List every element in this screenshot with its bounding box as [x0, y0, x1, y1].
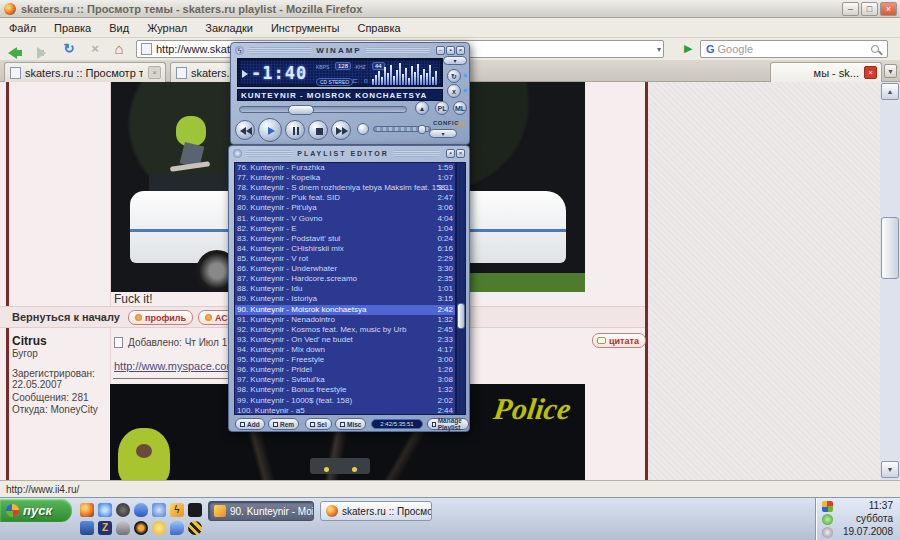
tab-close-icon[interactable]: ×: [148, 66, 161, 79]
playlist-track-row[interactable]: 91. Kunteynir - Nenadointro 1:32: [235, 315, 455, 325]
display-icon[interactable]: [80, 521, 94, 535]
winamp-minimize-button[interactable]: –: [436, 46, 445, 55]
reload-button[interactable]: ↻: [60, 40, 78, 58]
mute-knob[interactable]: [357, 123, 369, 135]
go-button[interactable]: ▶: [684, 42, 692, 55]
winamp-close-button[interactable]: ×: [456, 46, 465, 55]
winamp-quicklaunch-icon[interactable]: ϟ: [170, 503, 184, 517]
playlist-track-row[interactable]: 82. Kunteynir - E 1:04: [235, 224, 455, 234]
tab-1[interactable]: skaters.ru :: Просмотр темы - халяв... ×: [4, 62, 166, 82]
smiley-icon[interactable]: [152, 521, 166, 535]
playlist-track-row[interactable]: 88. Kunteynir - Idu 1:01: [235, 284, 455, 294]
menu-item[interactable]: Справка: [348, 20, 409, 36]
playlist-misc-button[interactable]: Misc: [335, 418, 366, 430]
menu-item[interactable]: Инструменты: [262, 20, 349, 36]
playlist-track-row[interactable]: 87. Kunteynir - Hardcore.screamo 2:35: [235, 274, 455, 284]
config-button[interactable]: ▾: [429, 129, 457, 138]
winamp-titlebar[interactable]: ϟ WINAMP – ▪ ×: [233, 45, 467, 56]
playlist-track-row[interactable]: 97. Kunteynir - Svistul'ka 3:08: [235, 375, 455, 385]
headset-icon[interactable]: [116, 503, 130, 517]
close-button[interactable]: ×: [880, 2, 897, 16]
scroll-down-icon[interactable]: ▼: [881, 461, 899, 478]
firefox-quicklaunch-icon[interactable]: [80, 503, 94, 517]
flashget-icon[interactable]: Z: [98, 521, 112, 535]
tab-list-button[interactable]: ▾: [884, 64, 897, 78]
playlist-track-row[interactable]: 80. Kunteynir - Pit'ulya 3:06: [235, 203, 455, 213]
maximize-button[interactable]: □: [861, 2, 878, 16]
winamp-playlist-window[interactable]: PLAYLIST EDITOR ▪ × 76. Kunteynir - Fura…: [228, 145, 470, 432]
menu-item[interactable]: Закладки: [196, 20, 262, 36]
playlist-track-row[interactable]: 84. Kunteynir - CHishirskii mix 6:16: [235, 244, 455, 254]
playlist-toggle-button[interactable]: PL: [435, 101, 449, 115]
messenger-icon[interactable]: [134, 503, 148, 517]
browser-scrollbar[interactable]: ▲ ▼: [880, 82, 900, 480]
playlist-titlebar[interactable]: PLAYLIST EDITOR ▪ ×: [231, 148, 467, 159]
url-dropdown-icon[interactable]: ▾: [657, 45, 661, 54]
pause-button[interactable]: [285, 120, 305, 140]
playlist-scrollbar[interactable]: [456, 162, 466, 415]
forward-button[interactable]: [32, 40, 50, 58]
eject-button[interactable]: ▲: [415, 101, 429, 115]
shuffle-button[interactable]: x: [447, 84, 461, 98]
volume-slider[interactable]: [373, 126, 431, 132]
play-button[interactable]: [258, 118, 282, 142]
search-icon[interactable]: [871, 45, 879, 53]
black-player-icon[interactable]: [188, 503, 202, 517]
quote-button[interactable]: цитата: [592, 333, 646, 348]
playlist-track-row[interactable]: 89. Kunteynir - Istoriya 3:15: [235, 294, 455, 304]
next-button[interactable]: [331, 120, 351, 140]
home-button[interactable]: ⌂: [110, 40, 128, 58]
playlist-shade-button[interactable]: ▪: [446, 149, 455, 158]
media-library-button[interactable]: ML: [453, 101, 467, 115]
person-figure-icon[interactable]: [116, 521, 130, 535]
manage-playlist-button[interactable]: Manage Playlist: [427, 418, 469, 430]
repeat-button[interactable]: ↻: [447, 69, 461, 83]
playlist-rem-button[interactable]: Rem: [268, 418, 299, 430]
playlist-track-row[interactable]: 95. Kunteynir - Freestyle 3:00: [235, 355, 455, 365]
seek-bar[interactable]: [239, 106, 407, 113]
winamp-display[interactable]: -1:40 KBPS 128 -KHZ 44 CD STEREO ⊏ ი: [237, 58, 443, 87]
back-to-top-link[interactable]: Вернуться к началу: [12, 311, 120, 323]
volume-thumb[interactable]: [418, 125, 426, 134]
winamp-main-window[interactable]: ϟ WINAMP – ▪ × -1:40 KBPS 128 -KHZ 44 CD…: [230, 42, 470, 145]
options-button[interactable]: ▾: [443, 56, 467, 65]
playlist-track-row[interactable]: 98. Kunteynir - Bonus freestyle 1:32: [235, 385, 455, 395]
playlist-track-row[interactable]: 93. Kunteynir - On Ved' ne budet 2:33: [235, 335, 455, 345]
playlist-track-row[interactable]: 96. Kunteynir - Pridel 1:26: [235, 365, 455, 375]
taskbar-winamp-task[interactable]: 90. Kunteynir - Moisr...: [208, 501, 314, 521]
playlist-track-row[interactable]: 76. Kunteynir - Furazhka 1:59: [235, 163, 455, 173]
tray-status-icon[interactable]: [822, 514, 833, 525]
tray-msn-icon[interactable]: [822, 501, 833, 512]
scrollbar-thumb[interactable]: [881, 217, 899, 279]
tab-3-active[interactable]: мы - sk... ×: [770, 62, 882, 82]
playlist-track-row[interactable]: 83. Kunteynir - Podstavit' stul 0:24: [235, 234, 455, 244]
menu-item[interactable]: Файл: [0, 20, 45, 36]
playlist-track-row[interactable]: 77. Kunteynir - Kopeika 1:07: [235, 173, 455, 183]
playlist-track-row[interactable]: 94. Kunteynir - Mix down 4:17: [235, 345, 455, 355]
playlist-track-row[interactable]: 90. Kunteynir - Moisrok konchaetsya 2:42: [235, 305, 455, 315]
playlist-track-row[interactable]: 99. Kunteynir - 1000$ (feat. 158) 2:02: [235, 396, 455, 406]
playlist-track-row[interactable]: 100. Kunteynir - a5 2:44: [235, 406, 455, 415]
back-button[interactable]: [4, 40, 22, 58]
bee-icon[interactable]: [188, 521, 202, 535]
playlist-sel-button[interactable]: Sel: [305, 418, 332, 430]
start-button[interactable]: пуск: [0, 499, 72, 522]
menu-item[interactable]: Вид: [100, 20, 138, 36]
seek-thumb[interactable]: [288, 105, 314, 115]
myspace-link[interactable]: http://www.myspace.com: [114, 360, 236, 372]
playlist-scrollbar-thumb[interactable]: [457, 303, 465, 329]
playlist-track-row[interactable]: 81. Kunteynir - V Govno 4:04: [235, 214, 455, 224]
playlist-track-row[interactable]: 78. Kunteynir - S dnem rozhdeniya tebya …: [235, 183, 455, 193]
tray-clock-icon[interactable]: [822, 527, 833, 538]
playlist-close-button[interactable]: ×: [456, 149, 465, 158]
winamp-shade-button[interactable]: ▪: [446, 46, 455, 55]
menu-item[interactable]: Правка: [45, 20, 100, 36]
previous-button[interactable]: [235, 120, 255, 140]
playlist-track-row[interactable]: 86. Kunteynir - Underwhater 3:30: [235, 264, 455, 274]
minimize-button[interactable]: –: [842, 2, 859, 16]
taskbar-firefox-task[interactable]: skaters.ru :: Просмо...: [320, 501, 432, 521]
post-author[interactable]: Citrus: [12, 334, 47, 348]
globe-icon[interactable]: [98, 503, 112, 517]
stop-playback-button[interactable]: [308, 120, 328, 140]
playlist-track-row[interactable]: 85. Kunteynir - V rot 2:29: [235, 254, 455, 264]
